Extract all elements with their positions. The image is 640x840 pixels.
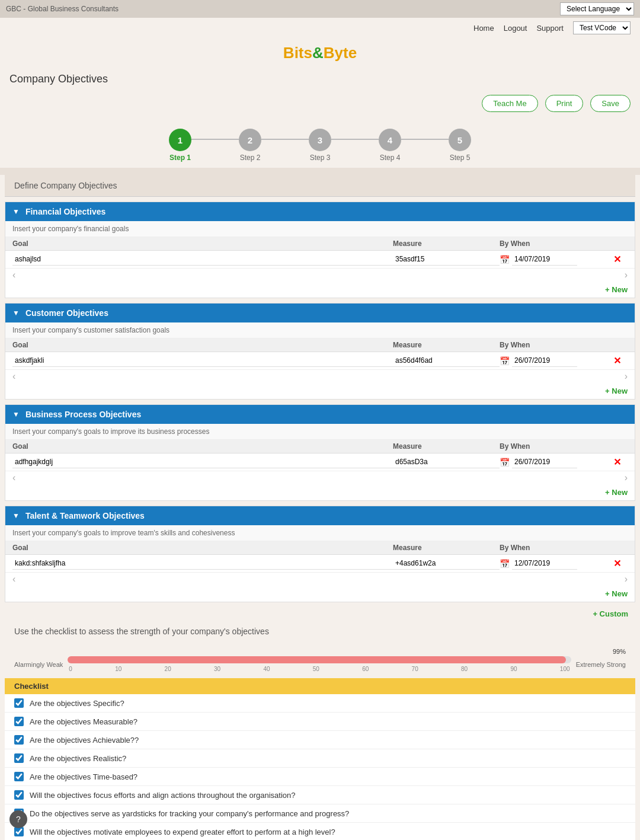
checklist-checkbox-2[interactable] — [14, 735, 24, 745]
strength-bar: 0 10 20 30 40 50 60 70 80 90 100 — [68, 656, 571, 672]
talent-measure-input-0[interactable] — [393, 557, 500, 570]
financial-new-button[interactable]: + New — [605, 285, 628, 294]
customer-goal-header: Goal — [12, 341, 393, 349]
customer-goal-input-0[interactable] — [12, 354, 393, 367]
checklist-checkbox-7[interactable] — [14, 827, 24, 836]
customer-header[interactable]: ▼ Customer Objectives — [5, 304, 635, 322]
customer-delete-btn-0[interactable]: ✕ — [606, 355, 628, 366]
nav-vcode-select[interactable]: Test VCode — [573, 21, 631, 34]
financial-goal-input-0[interactable] — [12, 253, 393, 266]
business-table-header: Goal Measure By When — [5, 440, 635, 453]
step-2[interactable]: 2 Step 2 — [239, 129, 261, 162]
checklist-label-1: Are the objectives Measurable? — [30, 717, 137, 726]
checklist-checkbox-3[interactable] — [14, 753, 24, 763]
customer-new-button[interactable]: + New — [605, 387, 628, 395]
scroll-left-icon[interactable]: ‹ — [12, 371, 15, 382]
help-button[interactable]: ? — [9, 810, 27, 828]
financial-chevron-icon: ▼ — [12, 207, 20, 216]
talent-header[interactable]: ▼ Talent & Teamwork Objectives — [5, 506, 635, 525]
step-label-3: Step 3 — [310, 154, 331, 162]
checklist-label-3: Are the objectives Realistic? — [30, 754, 126, 763]
step-label-4: Step 4 — [380, 154, 401, 162]
checklist-table: Checklist Are the objectives Specific? A… — [5, 678, 635, 840]
step-5[interactable]: 5 Step 5 — [449, 129, 471, 162]
customer-subtext: Insert your company's customer satisfact… — [5, 322, 635, 338]
financial-delete-btn-0[interactable]: ✕ — [606, 254, 628, 265]
scroll-left-icon[interactable]: ‹ — [12, 472, 15, 483]
page-title: Company Objectives — [0, 68, 640, 90]
custom-button[interactable]: + Custom — [593, 609, 628, 618]
talent-new-button[interactable]: + New — [605, 589, 628, 598]
step-3[interactable]: 3 Step 3 — [309, 129, 331, 162]
calendar-icon: 📅 — [500, 255, 510, 264]
checklist-item-7: Will the objectives motivate employees t… — [5, 823, 635, 840]
checklist-label-2: Are the objectives Achievable?? — [30, 736, 139, 745]
nav-home[interactable]: Home — [473, 24, 494, 33]
checklist-checkbox-0[interactable] — [14, 698, 24, 708]
step-label-2: Step 2 — [240, 154, 261, 162]
checklist-label-7: Will the objectives motivate employees t… — [30, 828, 335, 836]
save-button[interactable]: Save — [590, 95, 631, 112]
talent-goal-input-0[interactable] — [12, 557, 393, 570]
nav-support[interactable]: Support — [536, 24, 564, 33]
customer-date-cell-0: 📅 — [500, 354, 606, 367]
print-button[interactable]: Print — [545, 95, 584, 112]
nav-logout[interactable]: Logout — [504, 24, 527, 33]
business-objectives-section: ▼ Business Process Objectives Insert you… — [5, 404, 635, 501]
customer-table-header: Goal Measure By When — [5, 338, 635, 352]
strength-value: 99% — [14, 648, 626, 655]
checklist-label-0: Are the objectives Specific? — [30, 699, 124, 708]
scroll-right-icon[interactable]: › — [625, 371, 628, 382]
step-1[interactable]: 1 Step 1 — [169, 129, 191, 162]
scroll-right-icon[interactable]: › — [625, 472, 628, 483]
checklist-label-4: Are the objectives Time-based? — [30, 772, 137, 781]
financial-measure-header: Measure — [393, 239, 500, 248]
business-new-button[interactable]: + New — [605, 488, 628, 497]
talent-row-0: 📅 ✕ — [5, 555, 635, 573]
step-4[interactable]: 4 Step 4 — [379, 129, 401, 162]
financial-action-header — [606, 239, 628, 248]
business-measure-input-0[interactable] — [393, 456, 500, 468]
logo-bar: Bits&Byte — [0, 38, 640, 68]
step-connector-2 — [261, 139, 309, 140]
checklist-item-3: Are the objectives Realistic? — [5, 749, 635, 768]
business-bywhen-input-0[interactable] — [512, 456, 577, 468]
customer-measure-input-0[interactable] — [393, 354, 500, 367]
financial-new-btn-row: + New — [5, 282, 635, 298]
financial-title: Financial Objectives — [25, 207, 105, 216]
business-delete-btn-0[interactable]: ✕ — [606, 456, 628, 468]
checklist-checkbox-1[interactable] — [14, 717, 24, 726]
talent-chevron-icon: ▼ — [12, 512, 20, 520]
customer-measure-header: Measure — [393, 341, 500, 349]
top-bar: GBC - Global Business Consultants Select… — [0, 0, 640, 18]
weak-label: Alarmingly Weak — [14, 661, 63, 668]
language-select[interactable]: Select Language — [560, 2, 634, 15]
scroll-left-icon[interactable]: ‹ — [12, 270, 15, 280]
scroll-right-icon[interactable]: › — [625, 574, 628, 585]
checklist-checkbox-4[interactable] — [14, 772, 24, 781]
bar-ticks: 0 10 20 30 40 50 60 70 80 90 100 — [68, 666, 571, 672]
step-label-5: Step 5 — [450, 154, 471, 162]
scroll-left-icon[interactable]: ‹ — [12, 574, 15, 585]
business-measure-header: Measure — [393, 442, 500, 451]
main-content: Define Company Objectives ▼ Financial Ob… — [0, 175, 640, 840]
scroll-right-icon[interactable]: › — [625, 270, 628, 280]
teach-me-button[interactable]: Teach Me — [482, 95, 537, 112]
business-header[interactable]: ▼ Business Process Objectives — [5, 405, 635, 424]
step-label-1: Step 1 — [169, 154, 191, 162]
step-circle-1: 1 — [169, 129, 191, 151]
talent-title: Talent & Teamwork Objectives — [25, 511, 145, 520]
business-goal-input-0[interactable] — [12, 456, 393, 468]
business-subtext: Insert your company's goals to improve i… — [5, 424, 635, 440]
talent-bywhen-header: By When — [500, 544, 606, 552]
customer-bywhen-input-0[interactable] — [512, 354, 577, 367]
talent-delete-btn-0[interactable]: ✕ — [606, 558, 628, 569]
calendar-icon: 📅 — [500, 458, 510, 467]
financial-measure-input-0[interactable] — [393, 253, 500, 266]
checklist-checkbox-5[interactable] — [14, 790, 24, 800]
financial-bywhen-input-0[interactable] — [512, 253, 577, 266]
checklist-label-5: Will the objectives focus efforts and al… — [30, 791, 296, 800]
talent-bywhen-input-0[interactable] — [512, 557, 577, 570]
financial-header[interactable]: ▼ Financial Objectives — [5, 202, 635, 221]
logo: Bits&Byte — [6, 44, 634, 62]
